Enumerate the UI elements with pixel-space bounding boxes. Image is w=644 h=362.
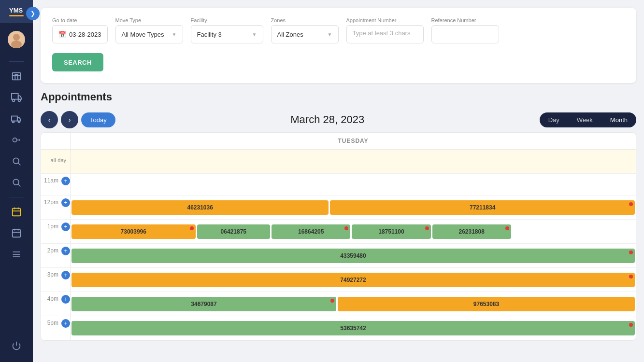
event-77211834[interactable]: 77211834	[330, 200, 635, 215]
avatar	[8, 31, 25, 48]
add-5pm-button[interactable]: +	[61, 319, 70, 328]
events-11am	[70, 174, 636, 195]
row-12pm: 12pm + 46231036 77211834	[41, 195, 636, 220]
time-12pm: 12pm +	[41, 195, 70, 219]
nav-buttons: ‹ › Today	[41, 111, 115, 128]
event-26231808[interactable]: 26231808	[432, 224, 511, 239]
svg-point-0	[13, 34, 20, 41]
reference-number-field: Reference Number	[431, 17, 499, 43]
collapse-button[interactable]: ❯	[26, 7, 40, 20]
event-34679087[interactable]: 34679087	[72, 297, 336, 311]
svg-point-7	[13, 121, 14, 123]
today-button[interactable]: Today	[81, 112, 115, 127]
reference-number-label: Reference Number	[431, 17, 499, 23]
svg-line-11	[18, 163, 21, 166]
add-4pm-button[interactable]: +	[61, 295, 70, 304]
search-button[interactable]: SEARCH	[52, 53, 103, 71]
sidebar-icon-search1[interactable]	[8, 153, 25, 170]
event-dot	[190, 226, 194, 230]
prev-button[interactable]: ‹	[41, 111, 58, 128]
time-column-header	[41, 133, 70, 149]
time-11am: 11am +	[41, 174, 70, 195]
add-1pm-button[interactable]: +	[61, 223, 70, 231]
time-4pm: 4pm +	[41, 292, 70, 316]
user-initial: F	[14, 50, 18, 57]
svg-rect-18	[13, 230, 21, 237]
sidebar-icon-calendar2[interactable]	[8, 224, 25, 242]
view-week-button[interactable]: Week	[568, 112, 601, 127]
event-97653083[interactable]: 97653083	[338, 297, 635, 311]
zones-label: Zones	[271, 17, 339, 23]
main-content: Go to date 📅 03-28-2023 Move Type All Mo…	[33, 0, 644, 362]
view-day-button[interactable]: Day	[540, 112, 568, 127]
allday-events	[70, 150, 636, 173]
event-dot	[629, 323, 633, 327]
sidebar-icon-key[interactable]	[8, 131, 25, 149]
add-12pm-button[interactable]: +	[61, 198, 70, 207]
move-type-select[interactable]: All Move Types ▼	[115, 25, 183, 43]
event-18751100[interactable]: 18751100	[352, 224, 430, 239]
sidebar-divider-1	[9, 61, 24, 62]
svg-point-9	[13, 138, 17, 142]
event-dot	[629, 275, 633, 278]
calendar-icon: 📅	[58, 31, 66, 38]
add-2pm-button[interactable]: +	[61, 247, 70, 255]
logo-bar	[9, 15, 24, 16]
time-1pm: 1pm +	[41, 220, 70, 243]
event-74927272[interactable]: 74927272	[72, 273, 635, 287]
sidebar-icon-building[interactable]	[8, 68, 25, 85]
svg-point-12	[13, 179, 19, 185]
calendar-controls: ‹ › Today March 28, 2023 Day Week Month	[41, 111, 636, 128]
svg-point-8	[18, 121, 20, 123]
svg-point-10	[13, 158, 19, 164]
go-to-date-field: Go to date 📅 03-28-2023	[52, 17, 108, 43]
next-button[interactable]: ›	[61, 111, 78, 128]
events-12pm: 46231036 77211834	[70, 195, 636, 219]
appointment-number-input[interactable]: Type at least 3 chars	[346, 25, 424, 43]
allday-row: all-day	[41, 150, 636, 174]
time-5pm: 5pm +	[41, 316, 70, 340]
event-16864205[interactable]: 16864205	[272, 224, 350, 239]
add-3pm-button[interactable]: +	[61, 271, 70, 279]
sidebar-icon-search2[interactable]	[8, 174, 25, 191]
svg-point-4	[13, 99, 15, 102]
move-type-value: All Move Types	[122, 31, 164, 38]
sidebar-icon-truck[interactable]	[8, 89, 25, 106]
event-46231036[interactable]: 46231036	[72, 200, 329, 215]
search-row: Go to date 📅 03-28-2023 Move Type All Mo…	[52, 17, 625, 43]
sidebar-divider-2	[9, 197, 24, 197]
event-73003996[interactable]: 73003996	[72, 224, 196, 239]
facility-field: Facility Facility 3 ▼	[191, 17, 263, 43]
events-5pm: 53635742	[70, 316, 636, 340]
view-month-button[interactable]: Month	[601, 112, 636, 127]
row-3pm: 3pm + 74927272	[41, 268, 636, 292]
zones-value: All Zones	[277, 31, 303, 38]
row-1pm: 1pm + 73003996 06421875 16864205	[41, 220, 636, 244]
event-06421875[interactable]: 06421875	[197, 224, 271, 239]
events-3pm: 74927272	[70, 268, 636, 292]
power-icon[interactable]	[8, 337, 25, 354]
facility-label: Facility	[191, 17, 263, 23]
row-4pm: 4pm + 34679087 97653083	[41, 292, 636, 316]
calendar-grid: TUESDAY all-day 11am + 12pm +	[41, 132, 636, 341]
zones-field: Zones All Zones ▼	[271, 17, 339, 43]
row-11am: 11am +	[41, 174, 636, 195]
zones-select[interactable]: All Zones ▼	[271, 25, 339, 43]
sidebar-icon-calendar-active[interactable]	[8, 203, 25, 221]
sidebar-icon-list[interactable]	[8, 246, 25, 263]
allday-label: all-day	[41, 150, 70, 173]
event-53635742[interactable]: 53635742	[72, 321, 635, 335]
date-input[interactable]: 📅 03-28-2023	[52, 25, 108, 43]
svg-line-13	[18, 184, 21, 187]
add-11am-button[interactable]: +	[61, 177, 70, 185]
facility-select[interactable]: Facility 3 ▼	[191, 25, 263, 43]
reference-number-input[interactable]	[431, 25, 499, 43]
appointment-number-field: Appointment Number Type at least 3 chars	[346, 17, 424, 43]
sidebar-icon-delivery[interactable]	[8, 110, 25, 127]
event-43359480[interactable]: 43359480	[72, 249, 635, 263]
go-to-date-label: Go to date	[52, 17, 108, 23]
svg-point-1	[11, 41, 22, 48]
svg-rect-3	[12, 94, 18, 99]
event-dot	[330, 299, 334, 303]
svg-rect-2	[13, 73, 21, 80]
